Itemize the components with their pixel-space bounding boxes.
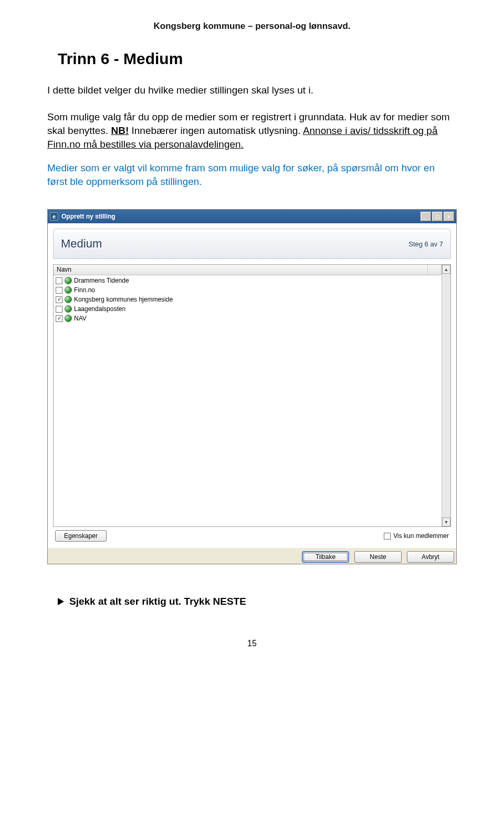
checkbox[interactable] [56, 287, 62, 294]
column-navn[interactable]: Navn [54, 265, 428, 275]
globe-icon [65, 277, 72, 284]
nb-label: NB! [111, 125, 129, 136]
list-header: Navn [54, 265, 442, 275]
scrollbar[interactable]: ▲ ▼ [442, 265, 450, 526]
media-list: Navn Drammens Tidende Finn.no [53, 264, 451, 527]
globe-icon [65, 296, 72, 303]
page-title: Trinn 6 - Medium [58, 50, 457, 68]
item-label: Laagendalsposten [74, 305, 125, 313]
checkbox[interactable] [56, 315, 62, 322]
window-controls: _ □ × [421, 212, 454, 221]
step-banner: Medium Steg 6 av 7 [53, 229, 451, 259]
item-label: Finn.no [74, 286, 95, 294]
globe-icon [65, 286, 72, 294]
checkbox[interactable] [56, 277, 62, 284]
cancel-button[interactable]: Avbryt [407, 551, 454, 563]
document-header: Kongsberg kommune – personal-og lønnsavd… [47, 21, 457, 32]
action-bullet: Sjekk at alt ser riktig ut. Trykk NESTE [58, 596, 457, 607]
wizard-buttons: Tilbake Neste Avbryt [48, 548, 456, 564]
item-label: Drammens Tidende [74, 277, 129, 284]
page-number: 15 [47, 639, 457, 648]
banner-step: Steg 6 av 7 [408, 240, 443, 248]
intro-line-1: I dette bildet velger du hvilke medier s… [47, 85, 313, 96]
list-footer: Egenskaper Vis kun medlemmer [53, 527, 451, 544]
maximize-button[interactable]: □ [432, 212, 443, 221]
list-body: Drammens Tidende Finn.no Kongsberg kommu… [54, 275, 442, 526]
intro-paragraph: I dette bildet velger du hvilke medier s… [47, 84, 457, 151]
members-only-toggle[interactable]: Vis kun medlemmer [384, 532, 449, 540]
checkbox[interactable] [56, 296, 62, 303]
close-button[interactable]: × [444, 212, 454, 221]
properties-button[interactable]: Egenskaper [55, 530, 107, 542]
item-label: NAV [74, 315, 87, 322]
members-only-label: Vis kun medlemmer [393, 532, 449, 540]
globe-icon [65, 305, 72, 313]
app-icon: e [50, 212, 58, 221]
window-title: Opprett ny stilling [61, 213, 421, 220]
column-spacer [428, 265, 442, 275]
titlebar[interactable]: e Opprett ny stilling _ □ × [48, 210, 456, 223]
item-label: Kongsberg kommunes hjemmeside [74, 296, 173, 303]
back-button[interactable]: Tilbake [302, 551, 349, 563]
list-item[interactable]: NAV [54, 314, 442, 323]
checkbox[interactable] [56, 306, 62, 313]
intro-line-3: Innebærer ingen automatisk utlysning. [129, 125, 303, 136]
note-paragraph: Medier som er valgt vil komme fram som m… [47, 161, 457, 188]
banner-title: Medium [61, 237, 408, 251]
bullet-text: Sjekk at alt ser riktig ut. Trykk NESTE [69, 596, 246, 607]
app-window: e Opprett ny stilling _ □ × Medium Steg … [47, 209, 457, 564]
list-item[interactable]: Laagendalsposten [54, 304, 442, 314]
window-content: Medium Steg 6 av 7 Navn Drammens Tidende [48, 223, 456, 548]
minimize-button[interactable]: _ [421, 212, 431, 221]
list-item[interactable]: Finn.no [54, 285, 442, 295]
list-item[interactable]: Kongsberg kommunes hjemmeside [54, 295, 442, 304]
next-button[interactable]: Neste [354, 551, 402, 563]
chevron-right-icon [58, 598, 64, 605]
checkbox[interactable] [384, 533, 391, 540]
scroll-down-icon[interactable]: ▼ [442, 518, 450, 526]
globe-icon [65, 315, 72, 322]
list-item[interactable]: Drammens Tidende [54, 276, 442, 285]
scroll-up-icon[interactable]: ▲ [442, 265, 450, 274]
